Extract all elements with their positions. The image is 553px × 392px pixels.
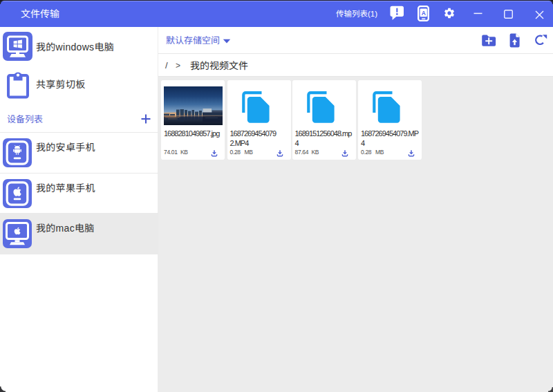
clipboard-icon bbox=[7, 71, 29, 99]
device-item-label: 我的安卓手机 bbox=[36, 140, 95, 153]
maximize-button[interactable] bbox=[504, 10, 513, 19]
file-size-value: 74.01 bbox=[164, 149, 178, 156]
settings-gear-icon[interactable] bbox=[443, 7, 456, 19]
file-card[interactable]: 1689151256048.mp4 87.64 KB bbox=[292, 80, 356, 160]
apple-phone-icon bbox=[3, 179, 32, 208]
svg-text:A: A bbox=[422, 10, 426, 17]
windows-computer-icon bbox=[3, 32, 32, 61]
breadcrumb: / > 我的视频文件 bbox=[158, 54, 553, 77]
download-icon[interactable] bbox=[341, 150, 348, 157]
file-meta-row: 0.28 MB bbox=[230, 146, 288, 156]
file-meta-row: 74.01 KB bbox=[164, 146, 222, 156]
app-title: 文件传输 bbox=[21, 0, 59, 27]
file-pages-icon bbox=[373, 91, 400, 123]
breadcrumb-separator: > bbox=[176, 54, 180, 77]
file-size-unit: MB bbox=[375, 149, 384, 156]
breadcrumb-root[interactable]: / bbox=[165, 54, 168, 77]
image-thumbnail bbox=[164, 86, 223, 125]
device-item-label: 我的苹果手机 bbox=[36, 180, 95, 194]
file-size-unit: MB bbox=[245, 149, 253, 156]
mac-computer-icon bbox=[3, 219, 32, 248]
android-phone-icon bbox=[3, 138, 32, 167]
file-card[interactable]: 1688281049857.jpg 74.01 KB bbox=[161, 80, 225, 160]
device-item-apple-phone[interactable]: 我的苹果手机 bbox=[0, 174, 158, 214]
upload-file-button[interactable] bbox=[509, 33, 520, 48]
file-size-value: 0.28 bbox=[361, 149, 371, 156]
new-folder-button[interactable] bbox=[481, 34, 496, 46]
device-item-label: 我的mac电脑 bbox=[36, 221, 95, 234]
feedback-icon[interactable] bbox=[390, 6, 404, 21]
sidebar-item-shared-clipboard[interactable]: 共享剪切板 bbox=[0, 64, 158, 102]
download-icon[interactable] bbox=[276, 150, 283, 157]
device-item-mac-computer[interactable]: 我的mac电脑 bbox=[0, 214, 158, 254]
sidebar-item-label: 我的windows电脑 bbox=[36, 39, 114, 53]
file-pages-icon bbox=[242, 91, 270, 123]
file-meta-row: 0.28 MB bbox=[361, 146, 419, 156]
dropdown-caret-icon[interactable] bbox=[223, 39, 231, 44]
file-size-unit: KB bbox=[180, 149, 188, 156]
title-bar: 文件传输 传输列表(1) A bbox=[0, 0, 553, 27]
minimize-button[interactable] bbox=[474, 12, 482, 15]
device-list-label: 设备列表 bbox=[7, 112, 43, 125]
file-size-value: 0.28 bbox=[230, 149, 241, 156]
file-name: 1687269454079.MP4 bbox=[361, 129, 419, 148]
file-pages-icon bbox=[307, 91, 335, 123]
transfer-list-button[interactable]: 传输列表(1) bbox=[336, 0, 377, 27]
sidebar-item-label: 共享剪切板 bbox=[36, 77, 86, 91]
file-name: 1689151256048.mp4 bbox=[295, 129, 353, 148]
main-panel: 默认存储空间 bbox=[158, 27, 553, 392]
refresh-button[interactable] bbox=[535, 35, 547, 45]
phone-mirror-icon[interactable]: A bbox=[418, 6, 429, 21]
file-size-value: 87.64 bbox=[295, 149, 309, 156]
file-card[interactable]: 1687269454079.MP4 0.28 MB bbox=[358, 80, 422, 160]
device-list-header: 设备列表 bbox=[0, 109, 158, 132]
file-card[interactable]: 1687269454079 2.MP4 0.28 MB bbox=[227, 80, 291, 160]
app-window: 文件传输 传输列表(1) A bbox=[0, 0, 553, 392]
download-icon[interactable] bbox=[211, 150, 218, 157]
sidebar: 我的windows电脑 共享剪切板 设备列表 bbox=[0, 27, 158, 392]
file-meta-row: 87.64 KB bbox=[295, 146, 353, 156]
file-name: 1687269454079 2.MP4 bbox=[230, 129, 288, 148]
storage-space-selector[interactable]: 默认存储空间 bbox=[166, 27, 220, 53]
close-icon[interactable] bbox=[535, 10, 544, 19]
add-device-button[interactable] bbox=[141, 114, 151, 124]
breadcrumb-current-folder: 我的视频文件 bbox=[190, 54, 248, 77]
file-size-unit: KB bbox=[312, 149, 319, 156]
sidebar-item-my-computer[interactable]: 我的windows电脑 bbox=[0, 27, 158, 64]
file-name: 1688281049857.jpg bbox=[164, 129, 222, 138]
storage-toolbar: 默认存储空间 bbox=[158, 27, 553, 54]
download-icon[interactable] bbox=[408, 150, 415, 157]
device-item-android-phone[interactable]: 我的安卓手机 bbox=[0, 133, 158, 173]
